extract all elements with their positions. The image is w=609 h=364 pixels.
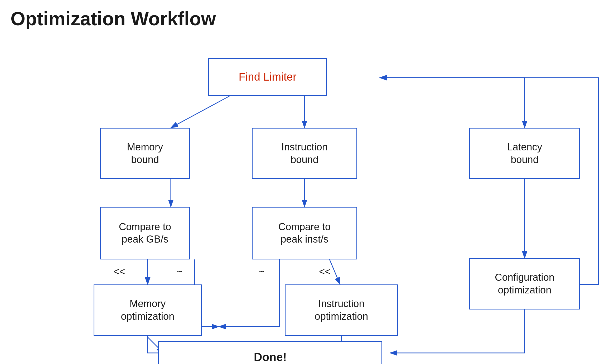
configuration-optimization-box: Configurationoptimization	[469, 258, 580, 309]
flowchart: Find Limiter Memorybound Instructionboun…	[0, 37, 609, 361]
tilde-right-label: ~	[258, 266, 264, 277]
less-less-left-label: <<	[113, 266, 125, 277]
compare-peak-gbs-box: Compare topeak GB/s	[100, 207, 190, 259]
done-box: Done!	[158, 341, 382, 364]
svg-line-7	[330, 259, 340, 284]
instruction-optimization-box: Instructionoptimization	[285, 284, 398, 336]
memory-bound-box: Memorybound	[100, 128, 190, 179]
less-less-right-label: <<	[319, 266, 331, 277]
tilde-left-label: ~	[177, 266, 182, 277]
memory-optimization-box: Memoryoptimization	[94, 284, 202, 336]
instruction-bound-box: Instructionbound	[252, 128, 357, 179]
page-title: Optimization Workflow	[11, 8, 216, 29]
svg-line-1	[171, 96, 229, 128]
latency-bound-box: Latencybound	[469, 128, 580, 179]
find-limiter-box: Find Limiter	[208, 58, 327, 96]
compare-peak-insts-box: Compare topeak inst/s	[252, 207, 357, 259]
